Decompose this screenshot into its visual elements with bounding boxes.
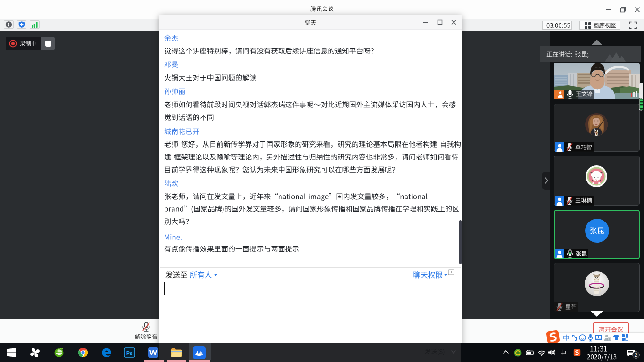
svg-text:Ps: Ps [126,350,132,356]
svg-text:2: 2 [635,352,637,358]
